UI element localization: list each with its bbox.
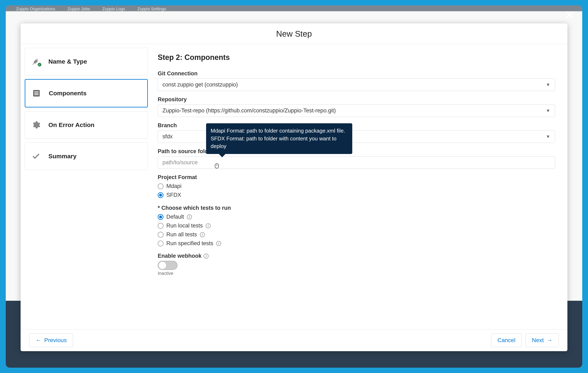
radio-sfdx[interactable]: SFDX [158, 192, 555, 198]
radio-all-tests[interactable]: Run all tests i [158, 231, 555, 238]
wizard-sidebar: ✓ Name & Type Components On Error Action [21, 44, 152, 329]
webhook-state: Inactive [158, 271, 555, 276]
chevron-down-icon: ▼ [546, 108, 550, 114]
info-icon[interactable]: i [187, 215, 192, 219]
sidebar-item-label: Summary [48, 153, 77, 160]
project-format-label: Project Format [158, 174, 555, 181]
modal-footer: ← Previous Cancel Next → [21, 329, 567, 351]
info-icon[interactable]: i [204, 254, 209, 259]
next-button[interactable]: Next → [525, 333, 559, 347]
components-icon [32, 89, 41, 98]
gear-icon [32, 120, 41, 129]
radio-circle[interactable] [158, 183, 163, 189]
webhook-toggle[interactable] [158, 261, 178, 270]
background-tabs: Zuppio Organizations Zuppio Jobs Zuppio … [6, 5, 582, 11]
repository-value: Zuppio-Test-repo (https://github.com/con… [162, 107, 336, 114]
svg-rect-3 [34, 94, 39, 95]
git-connection-select[interactable]: const zuppio get (constzuppio) ▼ [158, 78, 555, 91]
radio-circle[interactable] [158, 223, 163, 229]
completed-badge-icon: ✓ [37, 62, 42, 67]
radio-circle[interactable] [158, 192, 163, 198]
form-area: Step 2: Components Git Connection const … [152, 44, 567, 329]
sidebar-item-label: Name & Type [48, 58, 87, 65]
sidebar-item-label: On Error Action [48, 122, 94, 128]
info-icon[interactable]: i [216, 241, 221, 246]
radio-circle[interactable] [158, 232, 163, 238]
sidebar-item-summary[interactable]: Summary [25, 143, 148, 170]
step-heading: Step 2: Components [158, 53, 555, 62]
info-icon[interactable]: i [200, 232, 205, 237]
modal-header: New Step [21, 23, 567, 44]
cancel-button[interactable]: Cancel [491, 333, 522, 347]
tests-label: * Choose which tests to run [158, 205, 555, 211]
modal-title: New Step [21, 29, 567, 39]
branch-value: sfdx [162, 133, 173, 140]
git-connection-label: Git Connection [158, 70, 555, 77]
arrow-left-icon: ← [36, 337, 41, 343]
radio-mdapi[interactable]: Mdapi [158, 183, 555, 189]
path-tooltip: Mdapi Format: path to folder containing … [206, 123, 352, 154]
pin-icon: ✓ [32, 57, 41, 66]
git-connection-value: const zuppio get (constzuppio) [162, 82, 238, 88]
radio-circle[interactable] [158, 241, 163, 246]
new-step-modal: New Step ✓ Name & Type Components [21, 23, 567, 351]
radio-local-tests[interactable]: Run local tests i [158, 223, 555, 229]
chevron-down-icon: ▼ [546, 134, 550, 139]
toggle-knob [158, 261, 166, 269]
chevron-down-icon: ▼ [546, 82, 550, 87]
radio-specified-tests[interactable]: Run specified tests i [158, 240, 555, 247]
sidebar-item-name-type[interactable]: ✓ Name & Type [25, 48, 148, 75]
radio-circle[interactable] [158, 214, 163, 220]
previous-button[interactable]: ← Previous [29, 333, 73, 347]
path-input[interactable]: path/to/source [158, 156, 555, 169]
repository-select[interactable]: Zuppio-Test-repo (https://github.com/con… [158, 104, 555, 117]
repository-label: Repository [158, 96, 555, 103]
svg-rect-2 [34, 93, 39, 94]
sidebar-item-on-error[interactable]: On Error Action [25, 111, 148, 139]
close-button[interactable]: ✕ [565, 9, 574, 21]
svg-rect-1 [34, 91, 39, 92]
sidebar-item-label: Components [49, 90, 86, 97]
arrow-right-icon: → [547, 337, 552, 343]
webhook-label: Enable webhook i [158, 253, 555, 259]
sidebar-item-components[interactable]: Components [25, 79, 148, 107]
radio-default[interactable]: Default i [158, 214, 555, 220]
info-icon[interactable]: i [206, 223, 211, 228]
check-icon [32, 152, 41, 161]
